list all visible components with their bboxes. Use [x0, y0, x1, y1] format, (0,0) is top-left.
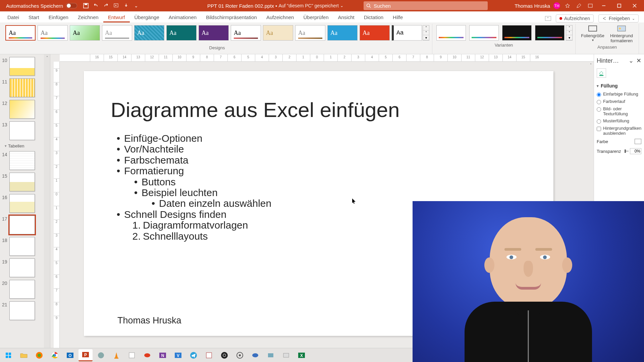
theme-thumb[interactable]: Aa — [327, 25, 358, 41]
theme-thumb[interactable]: Aa — [38, 25, 68, 41]
telegram-icon[interactable] — [186, 349, 201, 361]
tab-start[interactable]: Start — [24, 12, 44, 22]
undo-icon[interactable] — [92, 2, 100, 10]
thumbnail-row[interactable]: 19 — [0, 257, 50, 279]
outlook-icon[interactable]: O — [63, 349, 77, 361]
close-button[interactable] — [629, 1, 641, 10]
scroll-up-icon[interactable]: ˄ — [588, 62, 594, 68]
fill-bucket-icon[interactable] — [597, 68, 606, 78]
fill-picture-option[interactable]: Bild- oder Texturfüllung — [597, 105, 641, 117]
from-beginning-icon[interactable] — [112, 2, 120, 10]
variants-gallery[interactable] — [435, 24, 566, 42]
variants-scroll[interactable]: ˄ ˅ ▾ — [566, 25, 573, 41]
tab-review[interactable]: Überprüfen — [299, 12, 333, 22]
fill-pattern-option[interactable]: Musterfüllung — [597, 117, 641, 125]
thumbnail-row[interactable]: 13 — [0, 120, 50, 141]
visio-icon[interactable]: V — [171, 349, 185, 361]
theme-thumb[interactable]: Aa — [102, 25, 132, 41]
color-picker[interactable] — [635, 139, 641, 144]
app-icon[interactable] — [125, 349, 139, 361]
scroll-down-icon[interactable]: ˅ — [566, 31, 572, 36]
collapse-ribbon-icon[interactable]: ˅ — [545, 16, 551, 21]
search-input[interactable]: Suchen — [364, 1, 488, 10]
thumbnails-scrollbar[interactable]: ˄ ˅ — [44, 54, 50, 353]
section-header[interactable]: Tabellen — [0, 141, 50, 150]
fill-solid-option[interactable]: Einfarbige Füllung — [597, 90, 641, 98]
themes-gallery[interactable]: Aa Aa Aa Aa Aa Aa Aa Aa Aa Aa Aa Aa Aa — [5, 24, 423, 45]
theme-thumb[interactable]: Aa — [5, 25, 36, 41]
autosave-toggle[interactable]: Automatisches Speichern — [3, 2, 80, 9]
thumbnail-row[interactable]: 21 — [0, 300, 50, 321]
gallery-more-icon[interactable]: ▾ — [566, 35, 572, 40]
scroll-up-icon[interactable]: ˄ — [566, 25, 572, 31]
tab-insert[interactable]: Einfügen — [44, 12, 73, 22]
tab-slideshow[interactable]: Bildschirmpräsentation — [201, 12, 262, 22]
thumbnails-scroll[interactable]: 10 11 12 13 Tabellen 14 15 16 17 18 19 2… — [0, 56, 50, 353]
toggle-switch-icon[interactable] — [66, 3, 77, 8]
chrome-icon[interactable] — [48, 349, 62, 361]
thumbnail-row[interactable]: 18 — [0, 236, 50, 257]
pane-options-icon[interactable]: ⌄ — [629, 57, 634, 64]
theme-thumb[interactable]: Aa — [392, 25, 422, 41]
tab-draw[interactable]: Zeichnen — [73, 12, 103, 22]
app-icon[interactable] — [233, 349, 247, 361]
slide-title[interactable]: Diagramme aus Excel einfügen — [111, 98, 400, 122]
gallery-more-icon[interactable]: ▾ — [423, 35, 429, 40]
thumbnail-row[interactable]: 10 — [0, 56, 50, 77]
powerpoint-icon[interactable]: P — [78, 349, 93, 361]
thumbnail-row[interactable]: 20 — [0, 279, 50, 300]
designer-button[interactable]: Designer — [642, 24, 644, 39]
tab-view[interactable]: Ansicht — [333, 12, 359, 22]
scroll-up-icon[interactable]: ˄ — [44, 54, 50, 60]
hide-background-graphics[interactable]: Hintergrundgrafiken ausblenden — [597, 125, 641, 137]
tab-transitions[interactable]: Übergänge — [130, 12, 164, 22]
transparency-slider[interactable] — [625, 150, 629, 152]
gallery-scroll[interactable]: ˄ ˅ ▾ — [423, 25, 429, 41]
share-button[interactable]: Freigeben⌄ — [598, 14, 639, 22]
ribbon-display-icon[interactable] — [586, 2, 594, 10]
coming-soon-icon[interactable] — [564, 2, 572, 10]
app-icon[interactable] — [264, 349, 278, 361]
touch-mode-icon[interactable] — [122, 2, 130, 10]
document-title[interactable]: PPT 01 Roter Faden 002.pptx • Auf "diese… — [207, 3, 343, 9]
fill-section-header[interactable]: Füllung — [597, 80, 641, 90]
variant-thumb[interactable] — [535, 25, 565, 41]
user-name[interactable]: Thomas Hruska — [515, 3, 550, 9]
tab-help[interactable]: Hilfe — [388, 12, 408, 22]
file-explorer-icon[interactable] — [17, 349, 31, 361]
redo-icon[interactable] — [102, 2, 110, 10]
app-icon[interactable] — [94, 349, 108, 361]
obs-icon[interactable] — [217, 349, 231, 361]
save-icon[interactable] — [82, 2, 90, 10]
record-button[interactable]: Aufzeichnen — [556, 14, 594, 22]
thumbnail-row[interactable]: 14 — [0, 150, 50, 171]
variant-thumb[interactable] — [469, 25, 499, 41]
vlc-icon[interactable] — [109, 349, 123, 361]
thumbnail-row[interactable]: 11 — [0, 77, 50, 99]
tab-dictation[interactable]: Dictation — [359, 12, 388, 22]
tab-record[interactable]: Aufzeichnen — [262, 12, 299, 22]
scroll-down-icon[interactable]: ˅ — [423, 31, 429, 36]
theme-thumb[interactable]: Aa — [263, 25, 293, 41]
theme-thumb[interactable]: Aa — [360, 25, 390, 41]
app-icon[interactable] — [248, 349, 262, 361]
firefox-icon[interactable] — [32, 349, 46, 361]
tab-file[interactable]: Datei — [3, 12, 24, 22]
tab-design[interactable]: Entwurf — [103, 12, 130, 22]
transparency-input[interactable] — [630, 148, 641, 154]
theme-thumb[interactable]: Aa — [231, 25, 261, 41]
excel-icon[interactable]: X — [294, 349, 309, 361]
fill-gradient-option[interactable]: Farbverlauf — [597, 98, 641, 105]
theme-thumb[interactable]: Aa — [295, 25, 325, 41]
tab-animations[interactable]: Animationen — [164, 12, 201, 22]
app-icon[interactable] — [202, 349, 216, 361]
onenote-icon[interactable]: N — [156, 349, 170, 361]
theme-thumb[interactable]: Aa — [134, 25, 164, 41]
start-menu-icon[interactable] — [1, 349, 15, 361]
theme-thumb[interactable]: Aa — [70, 25, 100, 41]
maximize-button[interactable] — [613, 1, 625, 10]
theme-thumb[interactable]: Aa — [166, 25, 197, 41]
thumbnail-row[interactable]: 12 — [0, 99, 50, 120]
thumbnail-row[interactable]: 17 — [0, 214, 50, 236]
scroll-up-icon[interactable]: ˄ — [423, 25, 429, 31]
